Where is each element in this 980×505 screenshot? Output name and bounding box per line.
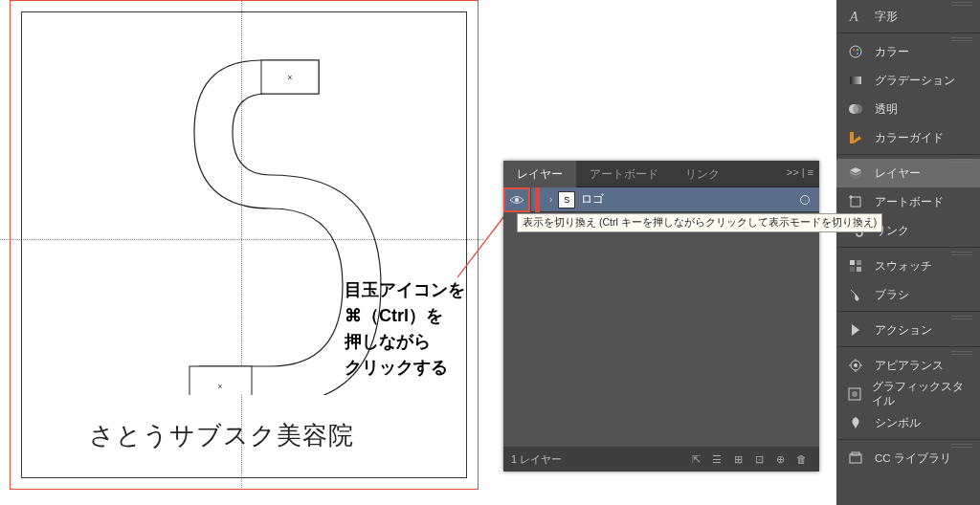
svg-rect-21 <box>857 267 861 272</box>
svg-rect-15 <box>851 197 860 207</box>
sidebar-item-label: グラデーション <box>875 74 955 88</box>
drag-handle-icon[interactable] <box>951 444 972 448</box>
divider <box>530 187 531 212</box>
svg-rect-12 <box>850 77 861 84</box>
brush-icon <box>846 287 865 302</box>
sidebar-divider <box>836 439 980 440</box>
svg-point-24 <box>854 363 858 367</box>
sidebar-divider <box>836 154 980 155</box>
logo-text[interactable]: さとうサブスク美容院 <box>89 419 354 452</box>
sidebar-item-brush[interactable]: ブラシ <box>836 280 980 309</box>
sidebar-item-palette[interactable]: カラー <box>836 37 980 66</box>
appearance-icon <box>846 358 865 373</box>
sidebar-item-appearance[interactable]: アピアランス <box>836 351 980 380</box>
tab-link[interactable]: リンク <box>672 161 733 187</box>
eye-icon <box>509 195 524 205</box>
sidebar-item-label: アートボード <box>875 195 944 209</box>
footer-btn-new[interactable]: ⊕ <box>769 453 791 466</box>
layer-name[interactable]: ロゴ <box>581 191 800 208</box>
sidebar-group: カラーグラデーション透明カラーガイド <box>836 35 980 152</box>
footer-btn-locate[interactable]: ⇱ <box>685 453 706 466</box>
sidebar-item-colorguide[interactable]: カラーガイド <box>836 123 980 152</box>
drag-handle-icon[interactable] <box>951 316 972 319</box>
sidebar-item-symbol[interactable]: シンボル <box>836 408 980 437</box>
svg-marker-22 <box>852 324 859 336</box>
sidebar-item-label: ブラシ <box>875 288 909 302</box>
sidebar-item-label: 透明 <box>875 102 898 117</box>
artboard-icon <box>846 194 865 209</box>
artboard[interactable]: × × さとうサブスク美容院 <box>21 11 467 478</box>
svg-point-11 <box>857 53 858 55</box>
svg-rect-18 <box>850 260 855 265</box>
layer-thumbnail: S <box>558 191 575 209</box>
footer-btn-clip[interactable]: ⊞ <box>727 453 748 466</box>
sidebar-item-label: レイヤー <box>875 166 921 181</box>
sidebar-item-graphicstyle[interactable]: グラフィックスタイル <box>836 380 980 408</box>
panel-footer: 1 レイヤー ⇱ ☰ ⊞ ⊡ ⊕ 🗑 <box>503 447 819 472</box>
svg-text:A: A <box>849 10 858 24</box>
sidebar-item-label: カラーガイド <box>875 131 944 145</box>
sidebar-item-label: シンボル <box>875 416 921 430</box>
panel-menu-button[interactable]: >> | ≡ <box>787 166 813 178</box>
footer-btn-collect[interactable]: ☰ <box>706 453 727 466</box>
tab-artboard[interactable]: アートボード <box>576 161 672 187</box>
svg-point-14 <box>853 104 862 114</box>
sidebar-group: スウォッチブラシ <box>836 250 980 309</box>
drag-handle-icon[interactable] <box>951 252 972 255</box>
swatches-icon <box>846 258 865 274</box>
canvas-area: × × さとうサブスク美容院 <box>0 0 483 505</box>
footer-btn-delete[interactable]: 🗑 <box>791 453 812 465</box>
svg-text:×: × <box>287 73 292 82</box>
drag-handle-icon[interactable] <box>951 37 972 41</box>
sidebar-item-font[interactable]: A字形 <box>836 2 980 31</box>
graphicstyle-icon <box>846 386 862 402</box>
sidebar-item-label: スウォッチ <box>875 259 932 274</box>
sidebar-item-label: カラー <box>875 45 909 59</box>
visibility-toggle[interactable] <box>503 187 530 212</box>
sidebar-group: A字形 <box>836 0 980 31</box>
expand-chevron-icon[interactable]: › <box>549 194 552 205</box>
sidebar-item-label: アクション <box>875 323 932 338</box>
sidebar-item-gradient[interactable]: グラデーション <box>836 66 980 95</box>
layers-panel: レイヤー アートボード リンク >> | ≡ › S ロゴ 表示を切り換え (C… <box>503 161 819 472</box>
svg-point-8 <box>850 46 861 57</box>
tooltip: 表示を切り換え (Ctrl キーを押しながらクリックして表示モードを切り換え) <box>517 213 882 232</box>
drag-handle-icon[interactable] <box>951 159 972 163</box>
colorguide-icon <box>846 130 865 145</box>
sidebar-group: CC ライブラリ <box>836 442 980 472</box>
symbol-icon <box>846 415 865 430</box>
tab-layers[interactable]: レイヤー <box>503 161 576 187</box>
sidebar-divider <box>836 33 980 33</box>
sidebar-item-transparency[interactable]: 透明 <box>836 95 980 123</box>
panel-tabs: レイヤー アートボード リンク >> | ≡ <box>503 161 819 187</box>
sidebar-item-layers[interactable]: レイヤー <box>836 159 980 187</box>
action-icon <box>846 322 865 338</box>
layers-icon <box>846 165 865 181</box>
sidebar-divider <box>836 346 980 347</box>
gradient-icon <box>846 73 865 88</box>
svg-rect-19 <box>857 260 861 265</box>
font-icon: A <box>846 9 865 24</box>
sidebar-item-action[interactable]: アクション <box>836 316 980 344</box>
sidebar-divider <box>836 311 980 312</box>
footer-btn-newsub[interactable]: ⊡ <box>748 453 769 466</box>
sidebar-group: アピアランスグラフィックスタイルシンボル <box>836 349 980 437</box>
sidebar-item-cclib[interactable]: CC ライブラリ <box>836 444 980 472</box>
transparency-icon <box>846 101 865 117</box>
drag-handle-icon[interactable] <box>951 351 972 355</box>
svg-point-6 <box>515 197 519 201</box>
svg-point-10 <box>857 49 858 51</box>
sidebar-divider <box>836 247 980 248</box>
svg-point-9 <box>853 49 855 51</box>
sidebar-item-artboard[interactable]: アートボード <box>836 187 980 216</box>
cclib-icon <box>846 450 865 466</box>
layer-color-swatch <box>535 187 540 212</box>
sidebar-group: アクション <box>836 314 980 344</box>
layer-count: 1 レイヤー <box>511 452 562 467</box>
target-indicator[interactable] <box>800 195 810 205</box>
drag-handle-icon[interactable] <box>951 2 972 6</box>
sidebar-item-label: CC ライブラリ <box>875 451 951 466</box>
layer-row[interactable]: › S ロゴ <box>503 187 819 212</box>
svg-rect-20 <box>850 267 855 272</box>
sidebar-item-swatches[interactable]: スウォッチ <box>836 252 980 280</box>
